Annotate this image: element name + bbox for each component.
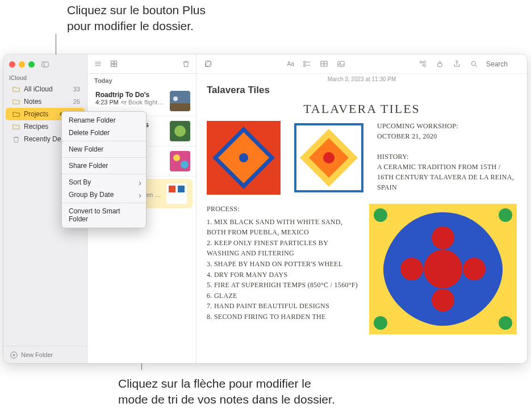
share-icon[interactable] xyxy=(452,60,461,69)
svg-point-38 xyxy=(471,61,476,66)
process-section: PROCESS: 1. MIX BLACK SAND WITH WHITE SA… xyxy=(207,204,359,322)
note-preview: 🛩 Book flights 🚗… xyxy=(120,99,165,106)
process-label: PROCESS: xyxy=(207,204,359,215)
svg-point-51 xyxy=(432,289,454,312)
svg-point-18 xyxy=(173,154,180,161)
link-icon[interactable] xyxy=(418,60,427,69)
trash-icon xyxy=(11,135,20,144)
compose-icon[interactable] xyxy=(203,60,212,69)
svg-point-53 xyxy=(463,258,486,280)
plus-circle-icon xyxy=(9,350,18,359)
folder-icon xyxy=(11,122,20,131)
new-folder-button[interactable]: New Folder xyxy=(3,346,87,363)
sidebar-item-count: 26 xyxy=(73,98,80,105)
svg-rect-37 xyxy=(437,64,442,67)
process-step: 5. FIRE AT SUPERHIGH TEMPS (850°C / 1560… xyxy=(207,280,359,291)
note-thumbnail xyxy=(170,151,190,171)
svg-point-56 xyxy=(374,316,387,330)
menu-separator xyxy=(62,141,146,141)
workshop-date: OCTOBER 21, 2020 xyxy=(377,131,517,141)
note-date: March 3, 2023 at 11:30 PM xyxy=(196,74,527,85)
zoom-button[interactable] xyxy=(28,61,35,68)
process-step: 2. KEEP ONLY FINEST PARTICLES BY WASHING… xyxy=(207,238,359,259)
menu-group[interactable]: Group By Date xyxy=(62,188,146,201)
svg-rect-9 xyxy=(114,61,116,64)
sidebar-item-count: 33 xyxy=(73,86,80,93)
note-body[interactable]: TALAVERA TILES xyxy=(196,99,527,363)
process-step: 4. DRY FOR MANY DAYS xyxy=(207,270,359,280)
menu-rename[interactable]: Rename Folder xyxy=(62,114,146,127)
process-step: 8. SECOND FIRING TO HARDEN THE xyxy=(207,312,359,322)
workshop-label: UPCOMING WORKSHOP: xyxy=(377,121,517,131)
history-label: HISTORY: xyxy=(377,152,517,162)
tile-image-3 xyxy=(369,204,517,334)
lock-icon[interactable] xyxy=(435,60,444,69)
menu-separator xyxy=(62,174,146,174)
svg-rect-25 xyxy=(303,61,305,63)
handwritten-heading: TALAVERA TILES xyxy=(207,102,517,116)
editor-toolbar: Aa xyxy=(196,54,527,74)
table-icon[interactable] xyxy=(319,60,328,69)
media-icon[interactable] xyxy=(336,60,345,69)
menu-convert[interactable]: Convert to Smart Folder xyxy=(62,205,146,225)
close-button[interactable] xyxy=(9,61,15,68)
note-thumbnail xyxy=(166,183,187,204)
folder-icon xyxy=(11,85,20,94)
trash-icon[interactable] xyxy=(181,60,190,69)
svg-point-47 xyxy=(323,152,335,163)
note-editor-title: Talavera Tiles xyxy=(196,85,527,99)
svg-rect-8 xyxy=(111,61,113,64)
svg-point-54 xyxy=(374,208,387,222)
tile-image-2 xyxy=(292,121,366,195)
svg-text:Aa: Aa xyxy=(287,61,294,67)
svg-line-39 xyxy=(475,65,477,67)
svg-point-13 xyxy=(173,96,178,101)
svg-point-34 xyxy=(420,61,422,64)
svg-point-35 xyxy=(423,65,425,67)
editor: Aa March 3, 2023 at 11:30 PM Talavera Ti… xyxy=(196,54,527,363)
svg-rect-14 xyxy=(170,103,190,111)
svg-point-36 xyxy=(423,61,425,64)
svg-rect-11 xyxy=(114,64,116,66)
menu-new[interactable]: New Folder xyxy=(62,143,146,156)
process-step: 3. SHAPE BY HAND ON POTTER'S WHEEL xyxy=(207,259,359,270)
folder-icon xyxy=(11,110,20,119)
sidebar-toggle-icon[interactable] xyxy=(40,60,49,69)
svg-rect-22 xyxy=(178,186,185,192)
note-info: UPCOMING WORKSHOP: OCTOBER 21, 2020 HIST… xyxy=(377,121,517,192)
search-input[interactable] xyxy=(486,60,520,68)
svg-rect-27 xyxy=(303,65,305,66)
minimize-button[interactable] xyxy=(19,61,25,68)
sidebar-item-notes[interactable]: Notes 26 xyxy=(6,95,85,108)
menu-sort[interactable]: Sort By xyxy=(62,176,146,188)
sidebar-section-header: iCloud xyxy=(3,74,87,83)
menu-share[interactable]: Share Folder xyxy=(62,159,146,172)
callout-top: Cliquez sur le bouton Plus pour modifier… xyxy=(67,2,206,35)
sidebar-item-label: Projects xyxy=(24,110,48,118)
svg-rect-10 xyxy=(111,64,113,66)
menu-delete[interactable]: Delete Folder xyxy=(62,127,146,139)
font-icon[interactable]: Aa xyxy=(285,60,294,69)
process-step: 6. GLAZE xyxy=(207,291,359,301)
grid-view-icon[interactable] xyxy=(109,60,118,69)
svg-point-42 xyxy=(239,153,248,162)
new-folder-label: New Folder xyxy=(21,351,53,358)
folder-icon xyxy=(11,97,20,106)
sidebar-item-label: All iCloud xyxy=(24,85,53,93)
list-view-icon[interactable] xyxy=(93,60,102,69)
tile-image-1 xyxy=(207,121,281,195)
folder-context-menu: Rename Folder Delete Folder New Folder S… xyxy=(61,111,147,228)
svg-point-19 xyxy=(181,161,189,169)
note-thumbnail xyxy=(170,91,190,111)
note-time: 4:23 PM xyxy=(95,99,119,106)
process-step: 1. MIX BLACK SAND WITH WHITE SAND, BOTH … xyxy=(207,217,359,238)
svg-point-55 xyxy=(499,208,512,222)
process-step: 7. HAND PAINT BEAUTIFUL DESIGNS xyxy=(207,301,359,312)
sidebar-item-label: Notes xyxy=(24,98,41,106)
checklist-icon[interactable] xyxy=(302,60,311,69)
svg-point-16 xyxy=(174,125,186,137)
notelist-header: Today xyxy=(87,74,196,86)
sidebar-item-all[interactable]: All iCloud 33 xyxy=(6,83,85,95)
note-thumbnail xyxy=(170,121,190,141)
search-icon[interactable] xyxy=(469,60,478,69)
